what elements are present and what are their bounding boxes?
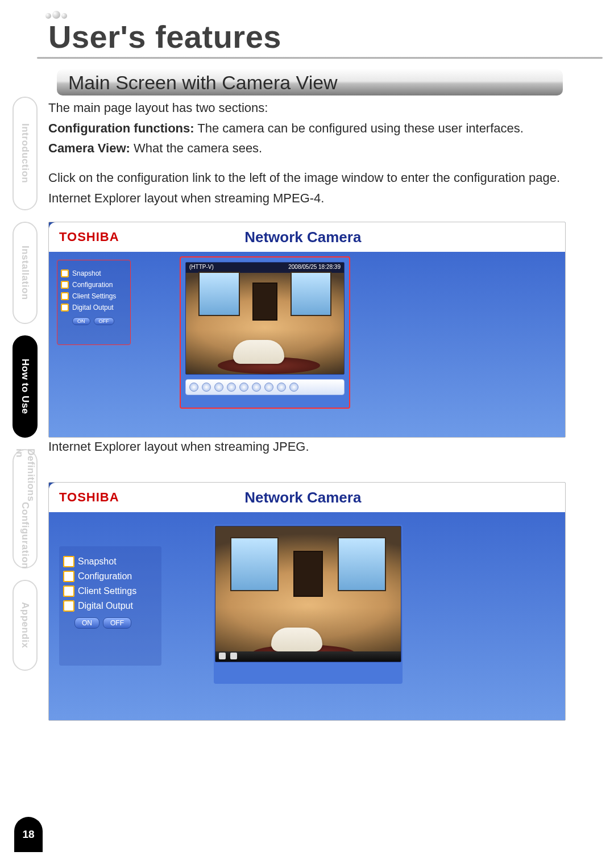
sidebar-digital-output-label: Digital Output	[78, 601, 133, 611]
side-nav: Introduction Installation How to Use Def…	[13, 97, 38, 682]
toolbar-fullscreen-icon[interactable]	[289, 383, 298, 392]
digital-output-on[interactable]: ON	[74, 617, 99, 629]
configuration-icon	[63, 571, 74, 582]
sidebar-configuration[interactable]: Configuration	[63, 571, 157, 582]
sidebar-configuration[interactable]: Configuration	[61, 281, 127, 289]
digital-output-icon	[63, 600, 74, 612]
configuration-icon	[61, 281, 69, 289]
toolbar-record-icon[interactable]	[202, 383, 211, 392]
config-sidebar: Snapshot Configuration Client Settings D…	[57, 260, 131, 345]
sidebar-digital-output[interactable]: Digital Output	[61, 304, 127, 312]
config-functions-text: The camera can be configured using these…	[194, 121, 524, 135]
nav-definitions[interactable]: Definitions in Configuration	[13, 449, 38, 568]
screenshot-title: Network Camera	[119, 229, 487, 246]
digital-output-toggle: ON OFF	[72, 317, 114, 325]
config-functions-label: Configuration functions:	[48, 121, 194, 135]
sidebar-client-settings[interactable]: Client Settings	[63, 585, 157, 597]
digital-output-on[interactable]: ON	[72, 317, 90, 325]
camera-live-image: (HTTP-V) 2008/05/25 18:28:39	[185, 262, 345, 375]
digital-output-off[interactable]: OFF	[103, 617, 131, 629]
screenshot-jpeg: TOSHIBA Network Camera Snapshot Configur…	[48, 482, 566, 721]
chapter-accent	[45, 9, 67, 19]
sidebar-configuration-label: Configuration	[78, 571, 132, 582]
chapter-divider	[37, 57, 603, 59]
sidebar-snapshot-label: Snapshot	[78, 556, 117, 567]
client-settings-icon	[61, 292, 69, 300]
nav-definitions-line1: Definitions in	[14, 448, 37, 501]
page-number: 18	[14, 817, 43, 852]
sidebar-snapshot[interactable]: Snapshot	[61, 269, 127, 277]
nav-installation[interactable]: Installation	[13, 222, 38, 324]
toolbar-settings-icon[interactable]	[277, 383, 286, 392]
click-config-line: Click on the configuration link to the l…	[48, 169, 566, 186]
toolbar-zoom-icon[interactable]	[189, 383, 198, 392]
sidebar-client-settings-label: Client Settings	[72, 292, 116, 300]
digital-output-toggle: ON OFF	[74, 617, 131, 629]
camera-view-panel: (HTTP-V) 2008/05/25 18:28:39	[180, 256, 350, 409]
client-settings-icon	[63, 585, 74, 597]
sidebar-digital-output[interactable]: Digital Output	[63, 600, 157, 612]
snapshot-icon	[63, 556, 74, 567]
pause-icon[interactable]	[230, 653, 237, 659]
sidebar-client-settings[interactable]: Client Settings	[61, 292, 127, 300]
snapshot-icon	[61, 269, 69, 277]
nav-appendix[interactable]: Appendix	[13, 580, 38, 671]
digital-output-icon	[61, 304, 69, 312]
brand-logo: TOSHIBA	[59, 490, 119, 505]
overlay-timestamp: 2008/05/25 18:28:39	[288, 264, 341, 272]
screenshot-title: Network Camera	[119, 489, 487, 506]
toolbar-mic-icon[interactable]	[264, 383, 273, 392]
toolbar-pause-icon[interactable]	[227, 383, 236, 392]
camera-live-image	[215, 526, 401, 662]
toolbar-snapshot-icon[interactable]	[214, 383, 223, 392]
brand-logo: TOSHIBA	[59, 230, 119, 244]
nav-definitions-line2: Configuration	[19, 502, 31, 569]
intro-line: The main page layout has two sections:	[48, 99, 566, 117]
config-sidebar: Snapshot Configuration Client Settings D…	[59, 546, 161, 666]
nav-introduction[interactable]: Introduction	[13, 97, 38, 210]
jpeg-play-controls	[215, 651, 401, 662]
sidebar-client-settings-label: Client Settings	[78, 586, 136, 596]
sidebar-digital-output-label: Digital Output	[72, 304, 114, 312]
sidebar-configuration-label: Configuration	[72, 281, 113, 289]
digital-output-off[interactable]: OFF	[94, 317, 114, 325]
play-icon[interactable]	[219, 653, 226, 659]
camera-view-panel	[214, 525, 403, 684]
screenshot-header: TOSHIBA Network Camera	[49, 483, 565, 512]
caption-mpeg4: Internet Explorer layout when streaming …	[48, 190, 566, 207]
section-heading: Main Screen with Camera View	[57, 69, 563, 95]
camera-view-label: Camera View:	[48, 141, 130, 155]
camera-view-text: What the camera sees.	[130, 141, 262, 155]
chapter-title: User's features	[48, 18, 281, 55]
toolbar-audio-icon[interactable]	[252, 383, 261, 392]
nav-how-to-use[interactable]: How to Use	[13, 335, 38, 438]
sidebar-snapshot-label: Snapshot	[72, 269, 101, 277]
video-toolbar	[185, 379, 345, 395]
toolbar-stop-icon[interactable]	[239, 383, 248, 392]
config-functions-line: Configuration functions: The camera can …	[48, 120, 566, 137]
screenshot-mpeg4: TOSHIBA Network Camera Snapshot Configur…	[48, 222, 566, 438]
screenshot-header: TOSHIBA Network Camera	[49, 222, 565, 252]
caption-jpeg: Internet Explorer layout when streaming …	[48, 438, 566, 455]
overlay-protocol: (HTTP-V)	[189, 264, 214, 272]
sidebar-snapshot[interactable]: Snapshot	[63, 556, 157, 567]
camera-view-line: Camera View: What the camera sees.	[48, 140, 566, 157]
